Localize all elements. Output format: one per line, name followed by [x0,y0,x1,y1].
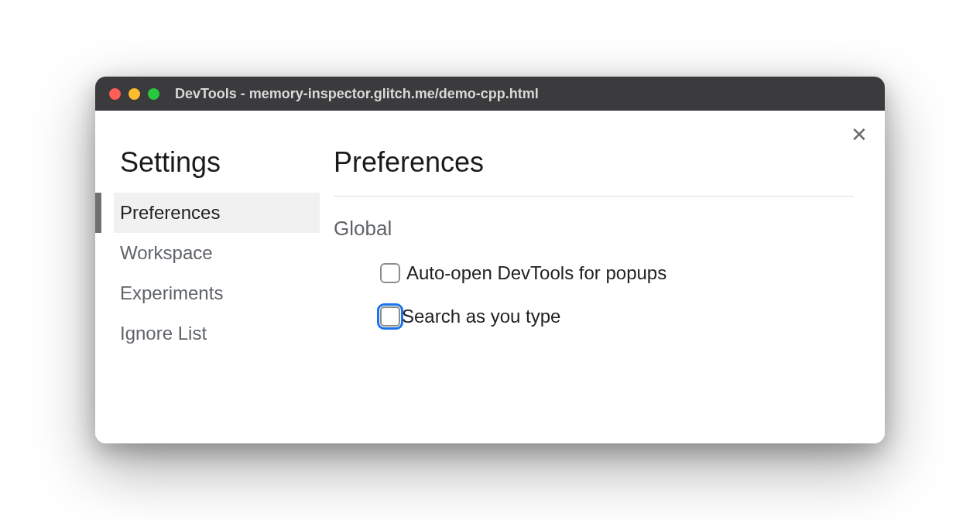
sidebar-item-preferences[interactable]: Preferences [114,193,320,233]
settings-content: ✕ Settings Preferences Workspace Experim… [95,111,885,443]
sidebar-item-label: Workspace [120,242,213,263]
close-icon[interactable]: ✕ [851,125,868,145]
sidebar-item-ignore-list[interactable]: Ignore List [114,313,320,354]
checkbox-icon[interactable] [380,306,400,327]
window-title: DevTools - memory-inspector.glitch.me/de… [175,86,539,102]
window-maximize-button[interactable] [148,88,159,100]
sidebar-item-label: Ignore List [120,323,207,344]
sidebar-item-workspace[interactable]: Workspace [114,233,320,273]
traffic-lights [109,88,159,100]
section-title: Global [334,217,854,241]
window-titlebar: DevTools - memory-inspector.glitch.me/de… [95,77,885,111]
window-minimize-button[interactable] [128,88,140,100]
sidebar-item-experiments[interactable]: Experiments [114,273,320,313]
option-label: Search as you type [402,306,560,327]
checkbox-icon[interactable] [380,263,400,283]
options-list: Auto-open DevTools for popups Search as … [334,262,854,327]
settings-main: Preferences Global Auto-open DevTools fo… [320,111,885,443]
window-close-button[interactable] [109,88,121,100]
option-auto-open-devtools[interactable]: Auto-open DevTools for popups [380,262,854,284]
settings-sidebar: Settings Preferences Workspace Experimen… [95,111,320,443]
title-divider [334,196,854,197]
sidebar-title: Settings [114,146,320,179]
devtools-window: DevTools - memory-inspector.glitch.me/de… [95,77,885,443]
option-search-as-you-type[interactable]: Search as you type [380,306,854,327]
option-label: Auto-open DevTools for popups [406,262,666,284]
sidebar-item-label: Experiments [120,282,223,303]
sidebar-item-label: Preferences [120,202,220,223]
page-title: Preferences [334,146,854,179]
